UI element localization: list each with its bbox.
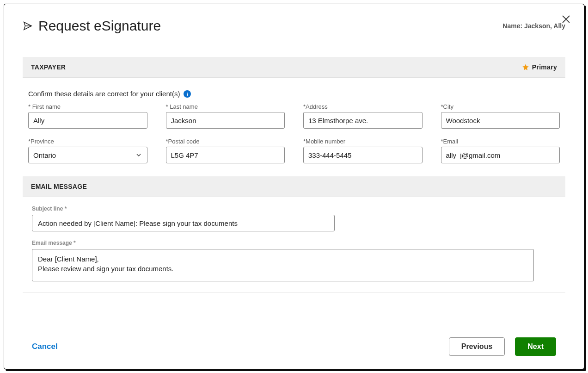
confirm-details-text: Confirm these details are correct for yo… bbox=[28, 90, 565, 98]
modal-footer: Cancel Previous Next bbox=[32, 337, 556, 356]
mobile-label: *Mobile number bbox=[303, 138, 423, 145]
close-icon bbox=[562, 15, 570, 23]
info-icon[interactable]: i bbox=[184, 90, 191, 98]
next-button[interactable]: Next bbox=[515, 337, 556, 356]
mobile-input[interactable] bbox=[303, 147, 423, 163]
previous-button[interactable]: Previous bbox=[449, 337, 505, 356]
cancel-button[interactable]: Cancel bbox=[32, 342, 58, 351]
email-label: *Email bbox=[441, 138, 560, 145]
taxpayer-heading: TAXPAYER bbox=[31, 63, 66, 71]
client-name-label: Name: Jackson, Ally bbox=[502, 22, 565, 30]
email-section-header: EMAIL MESSAGE bbox=[23, 176, 565, 197]
message-label: Email message * bbox=[32, 240, 556, 246]
address-input[interactable] bbox=[303, 112, 423, 129]
primary-badge: Primary bbox=[522, 63, 557, 71]
province-label: *Province bbox=[28, 138, 147, 145]
last-name-label: * Last name bbox=[166, 103, 285, 110]
taxpayer-form: * First name * Last name *Address *City … bbox=[23, 103, 565, 163]
city-input[interactable] bbox=[441, 112, 560, 129]
modal-header: Request eSignature Name: Jackson, Ally bbox=[23, 18, 565, 34]
page-title: Request eSignature bbox=[38, 18, 161, 34]
postal-code-input[interactable] bbox=[166, 147, 285, 163]
taxpayer-section-header: TAXPAYER Primary bbox=[23, 57, 565, 78]
send-icon bbox=[23, 21, 33, 31]
last-name-input[interactable] bbox=[166, 112, 285, 129]
postal-code-label: *Postal code bbox=[166, 138, 285, 145]
esignature-modal: Request eSignature Name: Jackson, Ally T… bbox=[4, 4, 584, 369]
subject-input[interactable] bbox=[32, 215, 335, 231]
email-input[interactable] bbox=[441, 147, 560, 163]
city-label: *City bbox=[441, 103, 560, 110]
email-heading: EMAIL MESSAGE bbox=[31, 183, 87, 190]
first-name-input[interactable] bbox=[28, 112, 147, 129]
address-label: *Address bbox=[303, 103, 423, 110]
chevron-down-icon bbox=[135, 151, 142, 159]
email-message-textarea[interactable] bbox=[32, 249, 534, 281]
first-name-label: * First name bbox=[28, 103, 147, 110]
subject-label: Subject line * bbox=[32, 205, 556, 212]
close-button[interactable] bbox=[562, 15, 570, 25]
email-message-section: EMAIL MESSAGE Subject line * Email messa… bbox=[23, 176, 565, 293]
province-select[interactable]: Ontario bbox=[28, 147, 147, 163]
star-icon bbox=[522, 63, 529, 71]
